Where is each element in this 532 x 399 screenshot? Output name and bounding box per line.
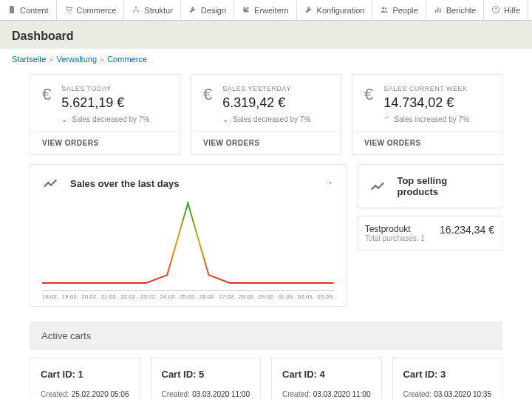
product-sub: Total purchases: 1 [365,234,425,242]
products-title: Top selling products [397,175,490,197]
stats-row: € SALES TODAY 5.621,19 € ⌄Sales decrease… [0,69,532,160]
help-icon: ? [491,5,500,16]
nav-design[interactable]: Design [181,0,234,20]
nav-label: Design [201,6,226,15]
xaxis-tick: 18.02. [42,293,58,300]
nav-people[interactable]: People [372,0,426,20]
xaxis-tick: 24.02. [160,293,177,300]
xaxis-tick: 26.02. [200,293,216,300]
top-nav: ContentCommerceStrukturDesignErweiternKo… [0,0,532,21]
stat-value: 14.734,02 € [383,95,469,111]
stat-value: 5.621,19 € [61,95,149,111]
wrench-icon [304,5,313,16]
nav-label: People [392,6,417,15]
euro-icon: € [203,85,212,123]
stat-card: € SALES CURRENT WEEK 14.734,02 € ⌃Sales … [352,74,502,155]
cart-card: Cart ID: 3 Created:03.03.2020 10:35 Chan… [392,358,503,399]
svg-point-0 [67,11,69,13]
breadcrumb: Startseite»Verwaltung»Commerce [0,49,532,69]
chart-title: Sales over the last days [70,178,179,189]
top-products-card: Top selling products [357,164,502,208]
nav-label: Erweitern [254,6,288,15]
nav-label: Berichte [446,6,476,15]
xaxis-tick: 02.03. [298,293,314,300]
cart-created-label: Created: [403,390,432,398]
nav-erweitern[interactable]: Erweitern [234,0,296,20]
tree-icon [132,5,140,16]
trend-icon [369,178,386,194]
cart-created-value: 03.03.2020 11:00 [192,390,250,398]
xaxis-tick: 20.02. [81,293,98,300]
cart-created-label: Created: [162,390,190,398]
xaxis-tick: 01.03. [278,293,294,300]
nav-hilfe[interactable]: ?Hilfe [484,0,528,20]
breadcrumb-link[interactable]: Verwaltung [57,55,97,64]
xaxis-tick: 29.02. [259,293,275,300]
xaxis-tick: 03.03. [317,293,333,300]
cart-card: Cart ID: 4 Created:03.03.2020 11:00 Chan… [271,358,382,399]
svg-rect-9 [440,8,441,13]
svg-point-1 [69,11,71,13]
svg-point-5 [382,7,384,9]
stat-label: SALES TODAY [61,85,149,92]
product-price: 16.234,34 € [440,224,494,236]
nav-label: Konfiguration [317,6,365,15]
nav-konfiguration[interactable]: Konfiguration [297,0,373,20]
svg-point-2 [135,6,137,7]
nav-label: Commerce [77,6,117,15]
stat-delta: ⌃Sales increased by 7% [383,115,469,123]
people-icon [380,5,389,16]
page-title: Dashboard [12,30,520,43]
trend-icon [42,175,58,191]
nav-content[interactable]: Content [0,0,57,20]
product-name: Testprodukt [365,224,425,234]
stat-card: € SALES TODAY 5.621,19 € ⌄Sales decrease… [30,74,180,155]
stat-delta: ⌄Sales decreased by 7% [61,115,149,123]
cart-created-value: 25.02.2020 05:06 [72,390,129,398]
stat-value: 6.319,42 € [222,95,310,111]
breadcrumb-link[interactable]: Startseite [12,55,46,64]
svg-point-4 [137,10,139,12]
page-header: Dashboard [0,21,532,49]
nav-label: Struktur [144,6,173,15]
nav-label: Content [20,6,49,15]
sales-chart-card: Sales over the last days → 18.02.19.02.2… [30,164,347,307]
cart-card: Cart ID: 1 Created:25.02.2020 05:06 Chan… [30,358,140,399]
stat-label: SALES YESTERDAY [222,85,310,92]
puzzle-icon [242,5,250,16]
xaxis-tick: 28.02. [239,293,255,300]
bars-icon [434,5,443,16]
chart-area [42,199,334,287]
cart-title: Cart ID: 1 [41,369,129,380]
nav-struktur[interactable]: Struktur [124,0,181,20]
xaxis-tick: 25.02. [180,293,196,300]
stat-delta: ⌄Sales decreased by 7% [222,115,310,123]
xaxis-tick: 22.02. [120,293,137,300]
svg-rect-7 [435,10,437,13]
breadcrumb-link[interactable]: Commerce [107,55,147,64]
carts-row: Cart ID: 1 Created:25.02.2020 05:06 Chan… [0,350,532,399]
stat-label: SALES CURRENT WEEK [383,85,469,92]
xaxis-tick: 27.02. [219,293,235,300]
nav-berichte[interactable]: Berichte [426,0,484,20]
cart-card: Cart ID: 5 Created:03.03.2020 11:00 Chan… [151,358,262,399]
chart-expand-button[interactable]: → [324,177,334,188]
active-carts-header: Active carts [30,321,502,350]
cart-created-label: Created: [282,390,310,398]
svg-text:?: ? [494,7,497,12]
cart-created-value: 03.03.2020 11:00 [313,390,371,398]
view-orders-button[interactable]: VIEW ORDERS [352,131,502,154]
cart-title: Cart ID: 5 [162,369,250,380]
euro-icon: € [364,85,373,123]
view-orders-button[interactable]: VIEW ORDERS [30,131,180,154]
product-row[interactable]: Testprodukt Total purchases: 1 16.234,34… [357,216,502,250]
view-orders-button[interactable]: VIEW ORDERS [191,131,341,154]
doc-icon [7,5,16,16]
chart-xaxis: 18.02.19.02.20.02.21.02.22.02.23.02.24.0… [42,290,334,300]
nav-commerce[interactable]: Commerce [57,0,125,20]
cart-title: Cart ID: 3 [403,369,492,380]
stat-card: € SALES YESTERDAY 6.319,42 € ⌄Sales decr… [191,74,341,155]
xaxis-tick: 23.02. [140,293,157,300]
euro-icon: € [42,85,51,123]
svg-point-3 [133,10,134,12]
